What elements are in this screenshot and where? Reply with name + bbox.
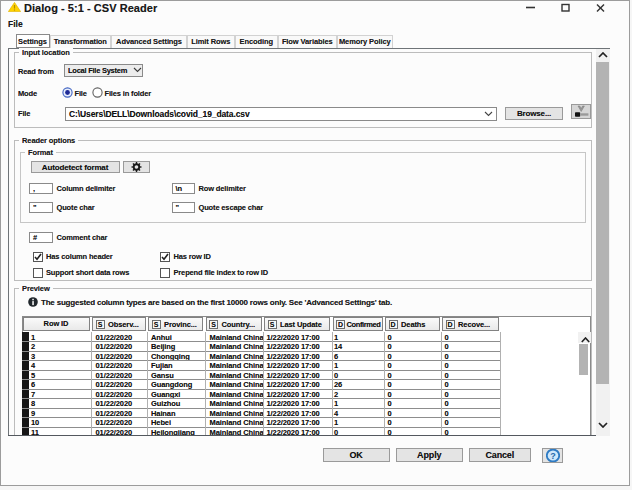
svg-text:?: ?: [550, 451, 556, 461]
